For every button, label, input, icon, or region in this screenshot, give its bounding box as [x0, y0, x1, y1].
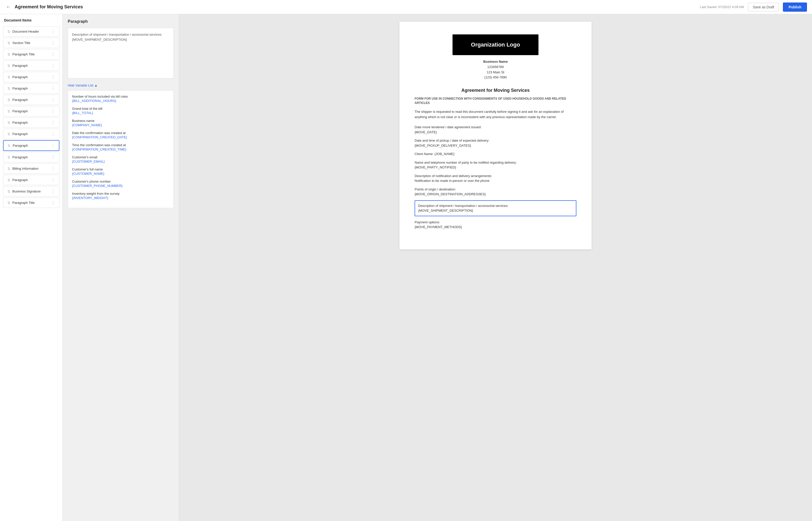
item-menu-button[interactable]: ⋮ — [51, 189, 55, 194]
item-menu-button[interactable]: ⋮ — [51, 29, 55, 34]
sidebar-item[interactable]: ⇅ Paragraph ⋮ — [3, 106, 60, 116]
paragraph-content-box[interactable]: Description of shipment / transportation… — [68, 28, 174, 78]
item-menu-button[interactable]: ⋮ — [51, 120, 55, 125]
sidebar: Document Items ⇅ Document Header ⋮ ⇅ Sec… — [0, 14, 63, 521]
variable-label: Business name — [72, 119, 169, 123]
variable-code[interactable]: {CUSTOMER_NAME} — [72, 172, 169, 176]
sidebar-item-left: ⇅ Paragraph — [7, 132, 28, 136]
doc-field-pickup-var: {MOVE_PICKUP_DELIVERY_DATES} — [415, 144, 471, 148]
doc-field-date-label: Date move tendered / date agreement issu… — [415, 125, 482, 129]
org-logo-block: Organization Logo — [453, 35, 538, 55]
doc-field-shipment-var: {MOVE_SHIPMENT_DESCRIPTION} — [418, 209, 473, 212]
doc-field-shipment-highlighted: Description of shipment / transportation… — [415, 200, 576, 216]
save-draft-button[interactable]: Save as Draft — [748, 3, 779, 12]
sidebar-item[interactable]: ⇅ Document Header ⋮ — [3, 26, 60, 37]
sidebar-item-label: Section Title — [13, 41, 30, 45]
drag-handle-icon: ⇅ — [7, 29, 10, 33]
doc-field-notification: Description of notification and delivery… — [415, 174, 576, 183]
item-menu-button[interactable]: ⋮ — [51, 86, 55, 91]
variable-code[interactable]: {CUSTOMER_PHONE_NUMBER} — [72, 184, 169, 188]
document-preview: Organization Logo Business Name 12345678… — [399, 22, 591, 249]
sidebar-item-left: ⇅ Paragraph — [7, 144, 28, 148]
sidebar-item[interactable]: ⇅ Section Title ⋮ — [3, 38, 60, 48]
doc-field-origin-var: {MOVE_ORIGIN_DESTINATION_ADDRESSES} — [415, 192, 486, 196]
sidebar-item[interactable]: ⇅ Paragraph ⋮ — [3, 61, 60, 71]
variable-code[interactable]: {BILL_TOTAL} — [72, 111, 169, 115]
variable-item: Inventory weight from the survey {INVENT… — [72, 192, 169, 200]
item-menu-button[interactable]: ⋮ — [51, 41, 55, 45]
sidebar-item[interactable]: ⇅ Paragraph ⋮ — [3, 175, 60, 185]
sidebar-item[interactable]: ⇅ Billing Information ⋮ — [3, 163, 60, 174]
sidebar-item-label: Paragraph — [13, 178, 28, 182]
drag-handle-icon: ⇅ — [7, 167, 10, 171]
doc-field-origin: Points of origin / destination: {MOVE_OR… — [415, 187, 576, 197]
back-button[interactable]: ← — [5, 3, 11, 10]
variable-code[interactable]: {INVENTORY_WEIGHT} — [72, 196, 169, 200]
sidebar-item[interactable]: ⇅ Paragraph ⋮ — [3, 152, 60, 162]
sidebar-item[interactable]: ⇅ Paragraph ⋮ — [3, 140, 60, 151]
sidebar-item-left: ⇅ Paragraph Title — [7, 52, 34, 56]
publish-button[interactable]: Publish — [783, 2, 807, 12]
sidebar-item-left: ⇅ Document Header — [7, 29, 39, 33]
drag-handle-icon: ⇅ — [7, 121, 10, 125]
item-menu-button[interactable]: ⋮ — [51, 75, 55, 80]
sidebar-item[interactable]: ⇅ Paragraph ⋮ — [3, 83, 60, 94]
item-menu-button[interactable]: ⋮ — [51, 52, 55, 56]
sidebar-item-label: Business Signature — [13, 189, 41, 193]
drag-handle-icon: ⇅ — [7, 75, 10, 79]
sidebar-item-label: Paragraph — [13, 87, 28, 90]
sidebar-item-label: Billing Information — [13, 167, 39, 171]
business-info: Business Name 123456789 123 Main St (123… — [415, 59, 576, 80]
business-name: Business Name — [483, 60, 508, 64]
item-menu-button[interactable]: ⋮ — [51, 200, 55, 205]
sidebar-item[interactable]: ⇅ Business Signature ⋮ — [3, 186, 60, 197]
sidebar-item-left: ⇅ Paragraph — [7, 109, 28, 113]
item-menu-button[interactable]: ⋮ — [51, 63, 55, 68]
sidebar-item-left: ⇅ Paragraph — [7, 155, 28, 159]
sidebar-items-list: ⇅ Document Header ⋮ ⇅ Section Title ⋮ ⇅ … — [0, 26, 63, 208]
variable-code[interactable]: {CONFIRMATION_CREATED_DATE} — [72, 135, 169, 139]
header-left: ← Agreement for Moving Services — [5, 3, 83, 10]
drag-handle-icon: ⇅ — [7, 98, 10, 102]
doc-intro: The shipper is requested to read this do… — [415, 109, 576, 120]
sidebar-item-label: Paragraph — [13, 132, 28, 136]
drag-handle-icon: ⇅ — [7, 87, 10, 91]
variable-label: Inventory weight from the survey — [72, 192, 169, 196]
sidebar-item-left: ⇅ Section Title — [7, 41, 30, 45]
variable-code[interactable]: {CUSTOMER_EMAIL} — [72, 160, 169, 163]
sidebar-item[interactable]: ⇅ Paragraph Title ⋮ — [3, 198, 60, 208]
variable-label: Time the confirmation was created at — [72, 143, 169, 147]
sidebar-heading: Document Items — [0, 18, 63, 25]
sidebar-item[interactable]: ⇅ Paragraph ⋮ — [3, 95, 60, 105]
variable-label: Number of hours included via bill rules — [72, 95, 169, 98]
variable-list-toggle[interactable]: Hide Variable List ▲ — [68, 84, 174, 87]
item-menu-button[interactable]: ⋮ — [51, 143, 55, 148]
variable-code[interactable]: {CONFIRMATION_CREATED_TIME} — [72, 148, 169, 151]
sidebar-item[interactable]: ⇅ Paragraph Title ⋮ — [3, 49, 60, 60]
variable-item: Business name {COMPANY_NAME} — [72, 119, 169, 127]
variable-item: Date the confirmation was created at {CO… — [72, 131, 169, 139]
variable-code[interactable]: {BILL_ADDITIONAL_HOURS} — [72, 99, 169, 103]
item-menu-button[interactable]: ⋮ — [51, 178, 55, 182]
sidebar-item[interactable]: ⇅ Paragraph ⋮ — [3, 72, 60, 82]
sidebar-item-label: Paragraph — [13, 75, 28, 79]
sidebar-item-label: Paragraph Title — [13, 52, 34, 56]
item-menu-button[interactable]: ⋮ — [51, 166, 55, 171]
doc-subtitle: FORM FOR USE IN CONNECTION WITH CONSIGNM… — [415, 97, 576, 105]
sidebar-item[interactable]: ⇅ Paragraph ⋮ — [3, 117, 60, 128]
sidebar-item[interactable]: ⇅ Paragraph ⋮ — [3, 129, 60, 139]
item-menu-button[interactable]: ⋮ — [51, 97, 55, 102]
item-menu-button[interactable]: ⋮ — [51, 155, 55, 160]
back-icon: ← — [6, 4, 10, 9]
item-menu-button[interactable]: ⋮ — [51, 132, 55, 136]
sidebar-item-label: Paragraph — [13, 64, 28, 68]
variable-list-box: Number of hours included via bill rules … — [68, 90, 174, 208]
variable-label: Customer's email — [72, 155, 169, 159]
doc-field-payment-var: {MOVE_PAYMENT_METHODS} — [415, 225, 462, 229]
drag-handle-icon: ⇅ — [7, 41, 10, 45]
variable-code[interactable]: {COMPANY_NAME} — [72, 123, 169, 127]
variable-label: Customer's phone number — [72, 180, 169, 183]
item-menu-button[interactable]: ⋮ — [51, 109, 55, 114]
variable-item: Customer's phone number {CUSTOMER_PHONE_… — [72, 180, 169, 188]
sidebar-item-left: ⇅ Paragraph — [7, 75, 28, 79]
